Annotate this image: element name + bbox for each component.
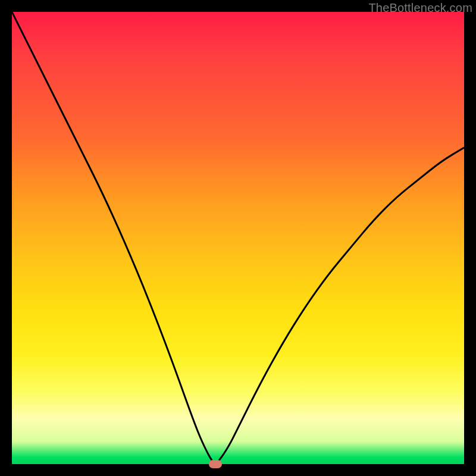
chart-frame	[12, 12, 464, 464]
bottleneck-curve	[12, 12, 464, 464]
watermark-text: TheBottleneck.com	[368, 1, 472, 15]
optimum-marker	[209, 460, 222, 468]
curve-path	[12, 12, 464, 463]
